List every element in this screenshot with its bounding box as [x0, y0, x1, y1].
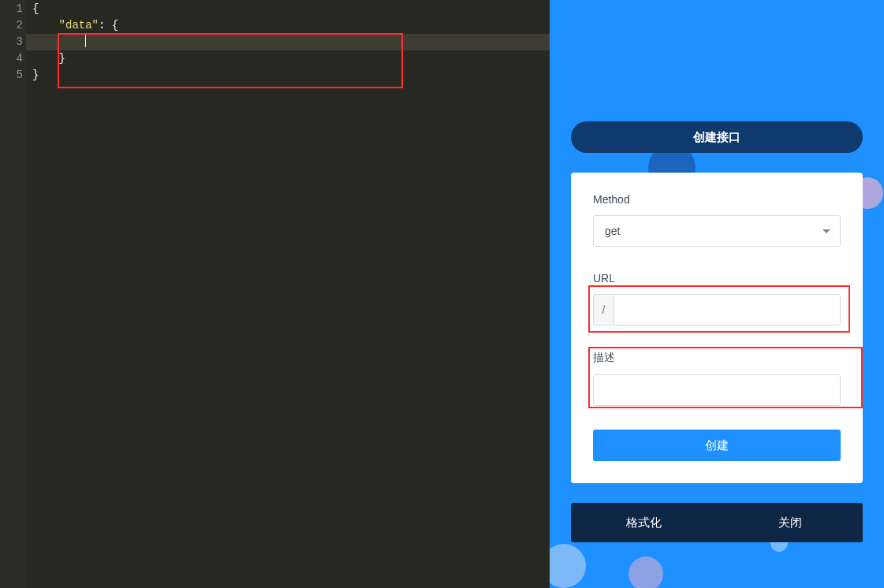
- url-field-row: /: [593, 294, 841, 326]
- line-number: 4: [0, 50, 26, 67]
- form-card: Method get URL / 描述 创建: [571, 173, 863, 483]
- url-prefix: /: [593, 294, 614, 326]
- description-label: 描述: [593, 351, 841, 365]
- create-api-panel: 创建接口 Method get URL / 描述 创建 格式化 关闭: [550, 0, 884, 588]
- code-line-active[interactable]: [26, 34, 550, 50]
- panel-header: 创建接口: [571, 121, 863, 153]
- line-number: 1▾: [0, 1, 26, 17]
- line-number: 5: [0, 67, 26, 84]
- description-input[interactable]: [593, 374, 841, 406]
- create-button[interactable]: 创建: [593, 430, 841, 461]
- code-line[interactable]: }: [26, 50, 550, 67]
- code-editor[interactable]: 1▾ 2▾ 3 4 5 { "data": { } }: [0, 0, 550, 588]
- format-button-label: 格式化: [626, 515, 662, 530]
- editor-gutter: 1▾ 2▾ 3 4 5: [0, 0, 26, 588]
- chevron-down-icon: [822, 229, 830, 233]
- method-select-value: get: [605, 225, 620, 237]
- editor-code-area[interactable]: { "data": { } }: [26, 0, 550, 588]
- create-button-label: 创建: [705, 438, 729, 452]
- footer-bar: 格式化 关闭: [571, 503, 863, 542]
- panel-header-label: 创建接口: [693, 130, 740, 145]
- method-select[interactable]: get: [593, 215, 841, 247]
- decorative-bubble: [628, 556, 663, 588]
- code-line[interactable]: "data": {: [26, 17, 550, 34]
- url-label: URL: [593, 272, 841, 285]
- text-cursor: [85, 35, 86, 47]
- close-button-label: 关闭: [778, 515, 802, 530]
- decorative-bubble: [550, 544, 586, 588]
- code-line[interactable]: {: [26, 1, 550, 17]
- method-label: Method: [593, 193, 841, 206]
- close-button[interactable]: 关闭: [717, 503, 863, 542]
- url-input[interactable]: [614, 294, 841, 326]
- line-number: 2▾: [0, 17, 26, 34]
- line-number: 3: [0, 34, 26, 50]
- code-line[interactable]: }: [26, 67, 550, 84]
- format-button[interactable]: 格式化: [571, 503, 717, 542]
